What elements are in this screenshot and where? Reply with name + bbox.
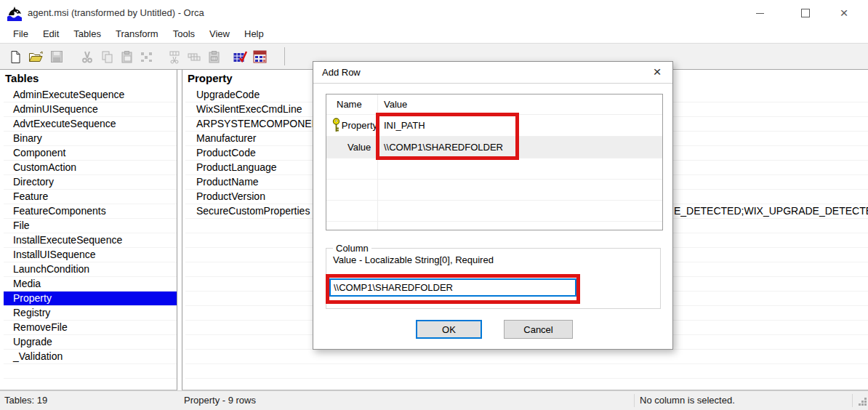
paste-icon: [118, 48, 135, 65]
grid-column-divider: [377, 95, 378, 230]
grid-cell-name[interactable]: Value: [326, 142, 377, 153]
dialog-close-icon[interactable]: ×: [645, 62, 670, 82]
menu-edit[interactable]: Edit: [36, 26, 66, 43]
table-item-RemoveFile[interactable]: RemoveFile: [4, 321, 177, 335]
table-item-Feature[interactable]: Feature: [4, 190, 177, 204]
dialog-title-bar: Add Row ×: [313, 62, 672, 84]
grid-header-value: Value: [377, 99, 407, 110]
status-divider: [852, 394, 853, 407]
table-item-File[interactable]: File: [4, 219, 177, 233]
cancel-button[interactable]: Cancel: [504, 320, 573, 339]
table-item-CustomAction[interactable]: CustomAction: [4, 161, 177, 175]
window-title: agent.msi (transformed by Untitled) - Or…: [28, 0, 204, 26]
empty-row: [4, 379, 177, 390]
open-file-icon[interactable]: [27, 48, 44, 65]
empty-row: [185, 350, 868, 364]
copy-row-icon: [185, 48, 203, 65]
title-bar: agent.msi (transformed by Untitled) - Or…: [0, 0, 868, 26]
menu-tools[interactable]: Tools: [166, 26, 202, 43]
empty-row: [185, 379, 868, 390]
grid-cell-value[interactable]: INI_PATH: [377, 120, 425, 131]
grid-cell-name[interactable]: Property: [326, 118, 377, 133]
status-tables-count: Tables: 19: [4, 395, 47, 406]
table-item-Component[interactable]: Component: [4, 146, 177, 161]
grid-header-name: Name: [326, 99, 377, 110]
column-value-input[interactable]: [329, 278, 576, 297]
paste-row-icon: [205, 48, 222, 65]
table-item-LaunchCondition[interactable]: LaunchCondition: [4, 262, 177, 277]
toolbar-separator: [284, 47, 285, 65]
table-item-AdminUISequence[interactable]: AdminUISequence: [4, 102, 177, 117]
dialog-title: Add Row: [322, 62, 361, 83]
table-item-AdvtExecuteSequence[interactable]: AdvtExecuteSequence: [4, 117, 177, 132]
orca-app-icon: [7, 5, 23, 21]
tables-list: AdminExecuteSequenceAdminUISequenceAdvtE…: [4, 88, 177, 390]
resize-grip[interactable]: [858, 397, 867, 409]
property-value-overflow: E_DETECTED;WIX_UPGRADE_DETECTED: [674, 204, 868, 217]
minimize-button[interactable]: [743, 0, 776, 26]
tables-panel-header: Tables: [0, 70, 177, 88]
table-item-InstallUISequence[interactable]: InstallUISequence: [4, 248, 177, 262]
tables-panel: Tables AdminExecuteSequenceAdminUISequen…: [0, 70, 177, 390]
status-column-info: No column is selected.: [640, 395, 735, 406]
menu-tables[interactable]: Tables: [66, 26, 108, 43]
cut-icon: [79, 48, 96, 65]
menu-bar: FileEditTablesTransformToolsViewHelp: [0, 26, 868, 43]
table-item-Binary[interactable]: Binary: [4, 132, 177, 146]
empty-row: [4, 364, 177, 379]
status-divider: [634, 394, 635, 407]
add-row-grid[interactable]: Name Value PropertyINI_PATHValue\\COMP1\…: [326, 94, 663, 230]
table-item-Registry[interactable]: Registry: [4, 306, 177, 321]
save-file-icon: [48, 48, 65, 65]
grid-cell-value[interactable]: \\COMP1\SHAREDFOLDER: [377, 142, 503, 153]
ok-button[interactable]: OK: [416, 320, 482, 339]
close-button[interactable]: ×: [827, 0, 861, 26]
add-row-dialog: Add Row × Name Value PropertyINI_PATHVal…: [313, 61, 673, 350]
menu-transform[interactable]: Transform: [108, 26, 166, 43]
error-list-icon: [137, 48, 155, 65]
new-file-icon[interactable]: [7, 48, 24, 65]
orca-window: agent.msi (transformed by Untitled) - Or…: [0, 0, 868, 410]
copy-icon: [98, 48, 116, 65]
table-item-Media[interactable]: Media: [4, 277, 177, 292]
transform-view-icon[interactable]: [251, 48, 268, 65]
key-icon: [326, 118, 342, 133]
validate-table-icon[interactable]: [231, 48, 249, 65]
menu-file[interactable]: File: [6, 26, 36, 43]
table-item-InstallExecuteSequence[interactable]: InstallExecuteSequence: [4, 233, 177, 248]
table-item-Upgrade[interactable]: Upgrade: [4, 335, 177, 350]
table-item-_Validation[interactable]: _Validation: [4, 350, 177, 364]
table-item-Property[interactable]: Property: [4, 292, 177, 306]
cut-row-icon: [166, 48, 183, 65]
table-item-AdminExecuteSequence[interactable]: AdminExecuteSequence: [4, 88, 177, 102]
column-groupbox-label: Column: [333, 243, 371, 254]
empty-row: [185, 364, 868, 379]
menu-help[interactable]: Help: [237, 26, 271, 43]
maximize-button[interactable]: [789, 0, 822, 26]
column-description: Value - Localizable String[0], Required: [333, 254, 494, 265]
menu-view[interactable]: View: [202, 26, 237, 43]
table-item-Directory[interactable]: Directory: [4, 175, 177, 190]
status-table-info: Property - 9 rows: [184, 395, 256, 406]
table-item-FeatureComponents[interactable]: FeatureComponents: [4, 204, 177, 219]
status-bar: Tables: 19 Property - 9 rows No column i…: [0, 390, 868, 410]
